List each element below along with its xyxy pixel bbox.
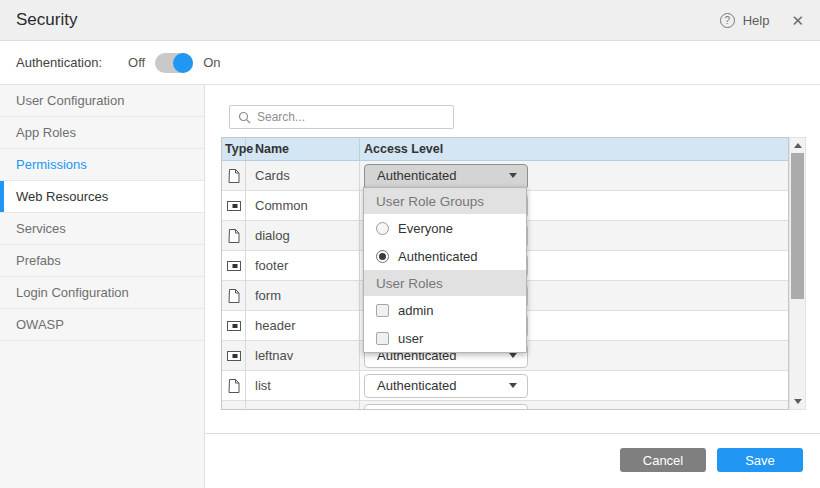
sidebar-item-label: User Configuration: [16, 93, 124, 108]
sidebar-item-permissions[interactable]: Permissions: [0, 149, 204, 181]
toggle-off-label: Off: [128, 55, 145, 70]
help-link[interactable]: Help: [743, 13, 770, 28]
page-icon: [226, 288, 242, 304]
search-box[interactable]: [229, 105, 454, 129]
resource-type-cell: [222, 371, 246, 400]
sidebar-item-label: App Roles: [16, 125, 76, 140]
access-level-cell: Authenticated: [360, 161, 788, 190]
partial-icon: [226, 348, 242, 364]
dropdown-option-label: admin: [398, 303, 433, 318]
resource-type-cell: [222, 221, 246, 250]
column-header-name[interactable]: Name: [246, 138, 360, 160]
resource-name: [246, 401, 360, 410]
sidebar-item-label: Prefabs: [16, 253, 61, 268]
sidebar-item-web-resources[interactable]: Web Resources: [0, 181, 204, 213]
checkbox-unchecked-icon: [376, 332, 389, 345]
sidebar-item-label: Web Resources: [16, 189, 108, 204]
access-level-dropdown[interactable]: Authenticated: [364, 374, 528, 398]
access-level-dropdown[interactable]: Authenticated: [364, 164, 528, 188]
table-row[interactable]: [222, 401, 788, 410]
security-dialog: Security ? Help ✕ Authentication: Off On…: [0, 0, 820, 488]
sidebar-item-label: OWASP: [16, 317, 64, 332]
dropdown-option-user[interactable]: user: [364, 324, 526, 352]
resource-type-cell: [222, 281, 246, 310]
partial-icon: [226, 258, 242, 274]
resource-name: dialog: [246, 221, 360, 250]
page-icon: [226, 168, 242, 184]
partial-icon: [226, 318, 242, 334]
resource-name: form: [246, 281, 360, 310]
dropdown-option-admin[interactable]: admin: [364, 296, 526, 324]
table-scrollbar[interactable]: [789, 137, 806, 410]
resource-name: leftnav: [246, 341, 360, 370]
resource-type-cell: [222, 401, 246, 410]
authentication-row: Authentication: Off On: [0, 41, 820, 85]
table-header-row: Type Name Access Level: [222, 138, 788, 161]
resource-name: Cards: [246, 161, 360, 190]
help-icon[interactable]: ?: [720, 13, 735, 28]
footer-divider: [205, 433, 820, 434]
page-icon: [226, 228, 242, 244]
scrollbar-down-arrow[interactable]: [790, 394, 805, 409]
dropdown-group-header: User Role Groups: [364, 188, 526, 214]
footer: Cancel Save: [620, 448, 803, 472]
access-level-cell: Authenticated: [360, 371, 788, 400]
table-row[interactable]: listAuthenticated: [222, 371, 788, 401]
radio-checked-icon: [376, 250, 389, 263]
sidebar-item-owasp[interactable]: OWASP: [0, 309, 204, 341]
authentication-label: Authentication:: [16, 55, 102, 70]
access-level-value: Authenticated: [377, 378, 509, 393]
page-title: Security: [16, 10, 77, 30]
sidebar-item-prefabs[interactable]: Prefabs: [0, 245, 204, 277]
resource-name: header: [246, 311, 360, 340]
dropdown-option-everyone[interactable]: Everyone: [364, 214, 526, 242]
cancel-button[interactable]: Cancel: [620, 448, 706, 472]
column-header-type[interactable]: Type: [222, 138, 246, 160]
resource-type-cell: [222, 191, 246, 220]
resource-type-cell: [222, 161, 246, 190]
titlebar: Security ? Help ✕: [0, 0, 820, 41]
dropdown-option-label: Authenticated: [398, 249, 478, 264]
save-button[interactable]: Save: [717, 448, 803, 472]
dropdown-option-label: Everyone: [398, 221, 453, 236]
dropdown-group-header: User Roles: [364, 270, 526, 296]
access-level-value: Authenticated: [377, 168, 509, 183]
chevron-down-icon: [509, 173, 517, 178]
checkbox-unchecked-icon: [376, 304, 389, 317]
sidebar-item-login-configuration[interactable]: Login Configuration: [0, 277, 204, 309]
dropdown-option-authenticated[interactable]: Authenticated: [364, 242, 526, 270]
access-level-cell: [360, 401, 788, 410]
dropdown-option-label: user: [398, 331, 423, 346]
resource-name: footer: [246, 251, 360, 280]
access-level-dropdown[interactable]: [364, 404, 528, 411]
resource-name: Common: [246, 191, 360, 220]
search-input[interactable]: [257, 110, 437, 124]
sidebar: User ConfigurationApp RolesPermissionsWe…: [0, 85, 205, 488]
content-panel: Type Name Access Level CardsAuthenticate…: [205, 85, 820, 488]
column-header-access-level[interactable]: Access Level: [360, 138, 788, 160]
chevron-down-icon: [509, 353, 517, 358]
close-icon[interactable]: ✕: [791, 13, 804, 28]
scrollbar-thumb[interactable]: [791, 153, 804, 299]
sidebar-item-user-configuration[interactable]: User Configuration: [0, 85, 204, 117]
sidebar-item-label: Services: [16, 221, 66, 236]
page-icon: [226, 378, 242, 394]
sidebar-item-app-roles[interactable]: App Roles: [0, 117, 204, 149]
radio-unchecked-icon: [376, 222, 389, 235]
partial-icon: [226, 198, 242, 214]
toggle-on-label: On: [203, 55, 220, 70]
resource-type-cell: [222, 311, 246, 340]
authentication-toggle[interactable]: [155, 53, 193, 73]
sidebar-item-label: Permissions: [16, 157, 87, 172]
resource-name: list: [246, 371, 360, 400]
chevron-down-icon: [509, 383, 517, 388]
resource-type-cell: [222, 341, 246, 370]
scrollbar-up-arrow[interactable]: [790, 138, 805, 153]
search-icon: [238, 111, 251, 124]
sidebar-item-label: Login Configuration: [16, 285, 129, 300]
resource-type-cell: [222, 251, 246, 280]
toggle-thumb: [173, 53, 193, 73]
sidebar-item-services[interactable]: Services: [0, 213, 204, 245]
access-level-dropdown-panel: User Role GroupsEveryoneAuthenticatedUse…: [363, 187, 527, 353]
